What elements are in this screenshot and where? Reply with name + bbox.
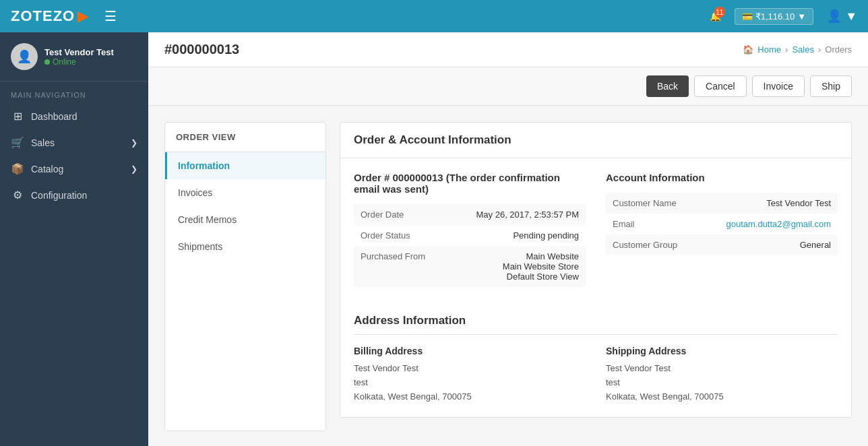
table-row: Customer Group General <box>606 234 838 255</box>
order-info-col: Order # 000000013 (The order confirmatio… <box>354 172 586 287</box>
toolbar: Back Cancel Invoice Ship <box>148 67 868 106</box>
sales-icon: 🛒 <box>11 136 24 149</box>
avatar: 👤 <box>11 43 38 70</box>
order-status-value: Pending pending <box>441 225 586 246</box>
chevron-right-icon: ❯ <box>131 138 137 148</box>
sidebar-item-configuration[interactable]: ⚙ Configuration <box>0 182 148 208</box>
billing-address-lines: Test Vendor Test test Kolkata, West Beng… <box>354 362 586 404</box>
billing-line-2: test <box>354 377 368 387</box>
balance-amount: ₹1,116.10 <box>755 11 795 22</box>
breadcrumb-orders: Orders <box>825 44 852 55</box>
hamburger-icon[interactable]: ☰ <box>104 8 117 24</box>
order-view-item-shipments[interactable]: Shipments <box>165 233 326 260</box>
email-value: goutam.dutta2@gmail.com <box>698 214 838 234</box>
order-number-text: Order # 000000013 (The order confirmatio… <box>354 172 586 195</box>
order-info-table: Order Date May 26, 2017, 2:53:57 PM Orde… <box>354 204 586 287</box>
order-date-label: Order Date <box>354 204 441 225</box>
notification-count: 11 <box>714 7 725 18</box>
status-label: Online <box>53 57 76 67</box>
account-info-col: Account Information Customer Name Test V… <box>606 172 838 287</box>
purchased-from-label: Purchased From <box>354 246 441 287</box>
breadcrumb-sales[interactable]: Sales <box>792 44 814 55</box>
user-name: Test Vendor Test <box>44 47 114 57</box>
status-dot <box>44 59 50 65</box>
address-cols: Billing Address Test Vendor Test test Ko… <box>354 346 838 404</box>
order-account-section: Order & Account Information Order # 0000… <box>340 122 852 418</box>
order-account-body: Order # 000000013 (The order confirmatio… <box>340 158 851 300</box>
config-icon: ⚙ <box>11 189 24 201</box>
order-view-item-invoices[interactable]: Invoices <box>165 179 326 206</box>
address-section-title: Address Information <box>354 314 838 335</box>
table-row: Email goutam.dutta2@gmail.com <box>606 214 838 234</box>
cancel-button[interactable]: Cancel <box>694 75 747 97</box>
body-layout: ORDER VIEW Information Invoices Credit M… <box>148 106 868 446</box>
order-view-header: ORDER VIEW <box>165 123 326 152</box>
table-row: Order Date May 26, 2017, 2:53:57 PM <box>354 204 586 225</box>
balance-chevron: ▼ <box>797 11 806 22</box>
balance-button[interactable]: 💳 ₹1,116.10 ▼ <box>735 8 813 25</box>
email-label: Email <box>606 214 698 234</box>
breadcrumb: 🏠 Home › Sales › Orders <box>743 44 852 55</box>
sidebar-item-dashboard[interactable]: ⊞ Dashboard <box>0 103 148 129</box>
account-info-title: Account Information <box>606 172 838 183</box>
logo-icon: ▶ <box>78 8 88 24</box>
notification-bell[interactable]: 🔔 11 <box>710 11 721 22</box>
main-content: #000000013 🏠 Home › Sales › Orders Back … <box>148 32 868 446</box>
user-status: Online <box>44 57 114 67</box>
page-title: #000000013 <box>164 42 239 57</box>
user-profile: 👤 Test Vendor Test Online <box>0 32 148 82</box>
purchased-from-value: Main Website Main Website Store Default … <box>441 246 586 287</box>
shipping-address-col: Shipping Address Test Vendor Test test K… <box>606 346 838 404</box>
sidebar-item-sales[interactable]: 🛒 Sales ❯ <box>0 129 148 156</box>
order-status-label: Order Status <box>354 225 441 246</box>
sidebar-item-label: Sales <box>31 137 55 148</box>
invoice-button[interactable]: Invoice <box>752 75 805 97</box>
table-row: Customer Name Test Vendor Test <box>606 193 838 214</box>
order-view-item-credit-memos[interactable]: Credit Memos <box>165 206 326 233</box>
customer-name-label: Customer Name <box>606 193 698 214</box>
customer-name-value: Test Vendor Test <box>698 193 838 214</box>
back-button[interactable]: Back <box>646 75 689 97</box>
order-view-item-information[interactable]: Information <box>165 152 326 179</box>
shipping-line-1: Test Vendor Test <box>606 363 671 373</box>
billing-address-title: Billing Address <box>354 346 586 356</box>
billing-line-3: Kolkata, West Bengal, 700075 <box>354 391 472 402</box>
logo-text: ZOTEZO <box>11 7 75 25</box>
shipping-line-2: test <box>606 377 620 387</box>
account-info-table: Customer Name Test Vendor Test Email gou… <box>606 193 838 255</box>
sidebar-item-label: Dashboard <box>31 111 78 122</box>
shipping-address-lines: Test Vendor Test test Kolkata, West Beng… <box>606 362 838 404</box>
order-account-title: Order & Account Information <box>340 123 851 158</box>
page-header: #000000013 🏠 Home › Sales › Orders <box>148 32 868 67</box>
table-row: Order Status Pending pending <box>354 225 586 246</box>
card-icon: 💳 <box>742 11 753 22</box>
dashboard-icon: ⊞ <box>11 110 24 123</box>
chevron-right-icon: ❯ <box>131 164 137 174</box>
sidebar-item-catalog[interactable]: 📦 Catalog ❯ <box>0 156 148 182</box>
customer-group-label: Customer Group <box>606 234 698 255</box>
logo: ZOTEZO ▶ <box>11 7 88 25</box>
billing-line-1: Test Vendor Test <box>354 363 418 373</box>
sidebar-item-label: Catalog <box>31 164 63 174</box>
breadcrumb-home[interactable]: Home <box>757 44 781 55</box>
customer-group-value: General <box>698 234 838 255</box>
breadcrumb-sep2: › <box>818 44 821 55</box>
sidebar: 👤 Test Vendor Test Online MAIN NAVIGATIO… <box>0 32 148 446</box>
order-date-value: May 26, 2017, 2:53:57 PM <box>441 204 586 225</box>
billing-address-col: Billing Address Test Vendor Test test Ko… <box>354 346 586 404</box>
address-section: Address Information Billing Address Test… <box>340 300 851 417</box>
catalog-icon: 📦 <box>11 162 24 175</box>
top-header: ZOTEZO ▶ ☰ 🔔 11 💳 ₹1,116.10 ▼ 👤 ▼ <box>0 0 868 32</box>
nav-section-label: MAIN NAVIGATION <box>0 82 148 103</box>
email-link[interactable]: goutam.dutta2@gmail.com <box>726 219 831 229</box>
main-panel: Order & Account Information Order # 0000… <box>340 122 852 431</box>
shipping-line-3: Kolkata, West Bengal, 700075 <box>606 391 724 402</box>
sidebar-item-label: Configuration <box>31 190 87 201</box>
breadcrumb-sep: › <box>785 44 788 55</box>
ship-button[interactable]: Ship <box>810 75 852 97</box>
order-view-panel: ORDER VIEW Information Invoices Credit M… <box>164 122 326 431</box>
table-row: Purchased From Main Website Main Website… <box>354 246 586 287</box>
user-icon: 👤 ▼ <box>827 9 857 23</box>
user-menu[interactable]: 👤 ▼ <box>827 9 857 24</box>
home-icon: 🏠 <box>743 44 753 55</box>
